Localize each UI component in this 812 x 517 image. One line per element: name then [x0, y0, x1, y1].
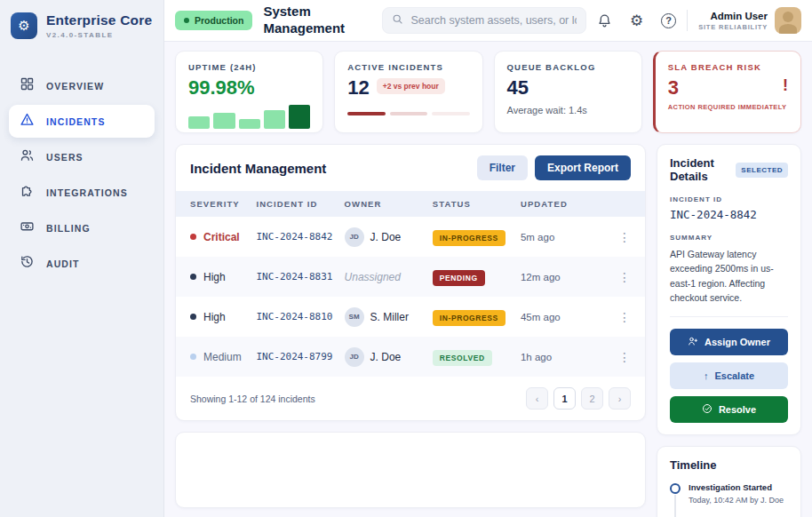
stats-row: UPTIME (24H) 99.98% ACTIVE INCIDENTS 12 … — [175, 51, 801, 133]
topbar: Production System Management ⚙ ? Admin U… — [164, 0, 812, 42]
incident-management-card: Incident Management Filter Export Report… — [175, 144, 646, 421]
incident-id: INC-2024-8831 — [256, 271, 344, 282]
delta-badge: +2 vs prev hour — [377, 78, 445, 94]
status-badge: IN-PROGRESS — [433, 230, 506, 246]
table-title: Incident Management — [190, 161, 326, 176]
event-meta: Today, 10:42 AM by J. Doe — [689, 495, 784, 506]
main-area: Production System Management ⚙ ? Admin U… — [164, 0, 812, 517]
sidebar-item-overview[interactable]: Overview — [9, 69, 155, 102]
active-incidents-value: 12 — [347, 76, 369, 99]
app-logo-icon: ⚙ — [11, 12, 37, 39]
kebab-menu-icon[interactable]: ⋮ — [595, 350, 631, 364]
uptime-bar-chart — [188, 105, 310, 129]
stat-label: UPTIME (24H) — [188, 62, 310, 72]
incident-id-label: INCIDENT ID — [670, 195, 788, 203]
sidebar-item-users[interactable]: Users — [9, 140, 155, 173]
search-input[interactable] — [410, 14, 577, 27]
table-row[interactable]: High INC-2024-8831 Unassigned PENDING 12… — [176, 257, 645, 297]
user-role: SITE RELIABILITY — [698, 23, 768, 31]
brand: ⚙ Enterprise Core V2.4.0-STABLE — [0, 0, 163, 48]
severity-dot — [190, 314, 196, 320]
column-header: Severity — [190, 199, 256, 209]
details-title: Incident Details — [670, 156, 736, 183]
user-block[interactable]: Admin User SITE RELIABILITY — [698, 7, 801, 34]
sla-value: 3 — [668, 76, 679, 99]
left-column: Incident Management Filter Export Report… — [175, 144, 646, 508]
incident-id: INC-2024-8842 — [256, 231, 344, 243]
app-title: Enterprise Core — [46, 12, 152, 28]
page-title: System Management — [263, 4, 368, 37]
check-circle-icon — [702, 403, 712, 416]
filter-button[interactable]: Filter — [477, 155, 528, 180]
sidebar-item-label: Overview — [46, 81, 104, 91]
prev-page-button[interactable]: ‹ — [526, 387, 548, 410]
content: UPTIME (24H) 99.98% ACTIVE INCIDENTS 12 … — [164, 42, 812, 517]
arrow-up-icon: ↑ — [704, 370, 709, 381]
topbar-divider — [687, 10, 688, 31]
divider — [670, 316, 788, 317]
export-report-button[interactable]: Export Report — [535, 155, 631, 180]
sidebar-item-billing[interactable]: Billing — [9, 211, 155, 244]
severity-label: Medium — [203, 351, 242, 363]
updated-time: 5m ago — [521, 232, 595, 243]
incidents-progress — [347, 112, 469, 115]
severity-dot — [190, 274, 196, 280]
resolve-button[interactable]: Resolve — [670, 396, 788, 423]
incident-id: INC-2024-8810 — [256, 311, 344, 322]
updated-time: 12m ago — [521, 272, 595, 282]
table-row[interactable]: Medium INC-2024-8799 JDJ. Doe RESOLVED 1… — [176, 337, 645, 377]
timeline-title: Timeline — [670, 458, 788, 472]
grid-icon — [20, 76, 35, 95]
puzzle-icon — [20, 183, 35, 202]
timeline-dot-blue — [670, 483, 681, 494]
stat-label: SLA BREACH RISK — [668, 62, 788, 72]
bell-icon[interactable] — [597, 13, 612, 28]
column-header: Status — [433, 199, 521, 209]
kebab-menu-icon[interactable]: ⋮ — [595, 270, 631, 284]
severity-dot — [190, 354, 196, 360]
severity-label: High — [203, 271, 226, 283]
sidebar-item-incidents[interactable]: Incidents — [9, 105, 155, 138]
owner-avatar: SM — [345, 307, 364, 327]
sidebar-item-label: Users — [46, 152, 84, 163]
severity-label: Critical — [203, 231, 240, 243]
column-header: Updated — [521, 199, 595, 209]
assign-owner-button[interactable]: Assign Owner — [670, 329, 788, 355]
gear-icon[interactable]: ⚙ — [630, 13, 643, 28]
empty-panel — [175, 432, 646, 508]
updated-time: 1h ago — [521, 352, 595, 362]
history-icon — [20, 254, 35, 273]
search-icon — [392, 12, 403, 28]
page-button-1[interactable]: 1 — [553, 387, 576, 410]
help-icon[interactable]: ? — [661, 13, 676, 28]
user-name: Admin User — [698, 11, 768, 21]
column-header: Incident ID — [256, 199, 344, 209]
stat-card-queue: QUEUE BACKLOG 45 Average wait: 1.4s — [494, 51, 642, 133]
table-header-row: Severity Incident ID Owner Status Update… — [176, 191, 645, 217]
sidebar-item-label: Incidents — [46, 116, 106, 127]
escalate-button[interactable]: ↑ Escalate — [670, 362, 788, 389]
topbar-icons: ⚙ ? — [597, 13, 676, 28]
owner-avatar: JD — [345, 347, 364, 367]
sidebar-item-integrations[interactable]: Integrations — [9, 176, 155, 209]
users-icon — [20, 147, 35, 166]
selected-badge: SELECTED — [736, 163, 788, 178]
summary-label: SUMMARY — [670, 234, 788, 242]
severity-dot — [190, 234, 196, 240]
status-badge: IN-PROGRESS — [433, 310, 506, 326]
incident-id: INC-2024-8799 — [256, 351, 344, 362]
global-search[interactable] — [382, 7, 586, 34]
table-row[interactable]: High INC-2024-8810 SMS. Miller IN-PROGRE… — [176, 297, 645, 337]
sidebar-item-audit[interactable]: Audit — [9, 247, 155, 280]
table-row[interactable]: Critical INC-2024-8842 JDJ. Doe IN-PROGR… — [176, 217, 645, 257]
avatar[interactable] — [775, 7, 801, 34]
next-page-button[interactable]: › — [609, 387, 631, 410]
summary-text: API Gateway latency exceeding 2500ms in … — [670, 247, 788, 305]
kebab-menu-icon[interactable]: ⋮ — [595, 230, 631, 244]
uptime-value: 99.98% — [188, 76, 310, 99]
incident-details-card: Incident Details SELECTED INCIDENT ID IN… — [657, 144, 801, 435]
kebab-menu-icon[interactable]: ⋮ — [595, 310, 631, 324]
banknote-icon — [20, 219, 35, 237]
alert-triangle-icon — [20, 112, 35, 131]
page-button-2[interactable]: 2 — [581, 387, 603, 410]
